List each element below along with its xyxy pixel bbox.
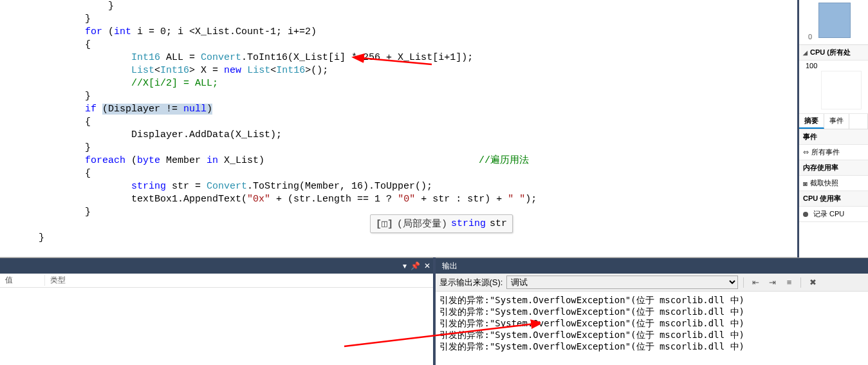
link-icon: ⇔ — [803, 148, 809, 156]
close-icon[interactable]: ✕ — [424, 261, 430, 270]
next-icon[interactable]: ⇥ — [766, 277, 779, 288]
cpu-section-header[interactable]: ◢ CPU (所有处 — [799, 45, 868, 61]
tooltip-name: str — [490, 218, 507, 229]
prev-icon[interactable]: ⇤ — [749, 277, 762, 288]
pin-icon[interactable]: 📌 — [411, 261, 420, 270]
code-line[interactable]: { — [15, 116, 868, 129]
code-editor[interactable]: } } for (int i = 0; i <X_List.Count-1; i… — [0, 0, 868, 257]
output-line: 引发的异常:"System.OverflowException"(位于 msco… — [439, 294, 865, 306]
events-header[interactable]: 事件 — [799, 129, 868, 145]
camera-icon: ◙ — [803, 180, 808, 187]
tooltip-scope-label: (局部变量) — [397, 218, 447, 230]
code-line[interactable]: } — [15, 0, 868, 13]
output-source-label: 显示输出来源(S): — [439, 277, 503, 288]
tab-events[interactable]: 事件 — [824, 114, 849, 129]
tooltip-type: string — [451, 218, 486, 229]
code-line[interactable]: } — [15, 90, 868, 103]
align-icon[interactable]: ≡ — [782, 277, 795, 288]
output-line: 引发的异常:"System.OverflowException"(位于 msco… — [439, 317, 865, 329]
code-line[interactable]: List<Int16> X = new List<Int16>(); — [15, 64, 868, 77]
cpu-usage-header[interactable]: CPU 使用率 — [799, 191, 868, 207]
dropdown-icon[interactable]: ▾ — [403, 261, 407, 270]
all-events-link[interactable]: ⇔ 所有事件 — [799, 145, 868, 160]
code-line[interactable]: } — [15, 142, 868, 154]
take-snapshot-link[interactable]: ◙ 截取快照 — [799, 176, 868, 191]
code-line[interactable]: Int16 ALL = Convert.ToInt16(X_List[i] * … — [15, 51, 868, 64]
cpu-chart — [821, 71, 862, 109]
local-variable-icon: [◫] — [376, 218, 393, 230]
output-line: 引发的异常:"System.OverflowException"(位于 msco… — [439, 341, 865, 352]
column-value[interactable]: 值 — [0, 275, 45, 286]
code-line[interactable]: //X[i/2] = ALL; — [15, 77, 868, 90]
code-line[interactable]: foreach (byte Member in X_List)//遍历用法 — [15, 154, 868, 167]
code-line[interactable]: textBox1.AppendText("0x" + (str.Length =… — [15, 193, 868, 206]
clear-icon[interactable]: ✖ — [806, 277, 819, 288]
code-line[interactable]: Displayer.AddData(X_List); — [15, 129, 868, 142]
output-title: 输出 — [438, 261, 457, 272]
output-line: 引发的异常:"System.OverflowException"(位于 msco… — [439, 329, 865, 341]
locals-panel: ▾ 📌 ✕ 值 类型 — [0, 257, 433, 365]
code-line[interactable]: } — [15, 232, 868, 245]
column-type[interactable]: 类型 — [45, 275, 66, 286]
code-line[interactable]: if (Displayer != null) — [15, 103, 868, 116]
code-line[interactable]: } — [15, 13, 868, 26]
output-line: 引发的异常:"System.OverflowException"(位于 msco… — [439, 306, 865, 317]
code-line[interactable]: for (int i = 0; i <X_List.Count-1; i+=2) — [15, 26, 868, 39]
record-icon — [803, 212, 808, 217]
code-line[interactable]: { — [15, 167, 868, 180]
intellisense-tooltip: [◫] (局部变量) string str — [370, 214, 513, 233]
collapse-icon: ◢ — [803, 50, 808, 56]
y-axis-100: 100 — [806, 62, 817, 70]
record-cpu-link[interactable]: 记录 CPU — [799, 207, 868, 222]
output-titlebar: 输出 — [436, 258, 869, 274]
output-text[interactable]: 引发的异常:"System.OverflowException"(位于 msco… — [436, 292, 869, 365]
locals-columns: 值 类型 — [0, 274, 433, 288]
code-line[interactable]: string str = Convert.ToString(Member, 16… — [15, 180, 868, 193]
code-line[interactable]: { — [15, 39, 868, 51]
chart-bar — [818, 3, 851, 38]
memory-usage-header[interactable]: 内存使用率 — [799, 160, 868, 176]
locals-titlebar: ▾ 📌 ✕ — [0, 258, 433, 274]
output-panel: 输出 显示输出来源(S): 调试 ⇤ ⇥ ≡ ✖ 引发的异常:"System.O… — [436, 257, 869, 365]
tab-summary[interactable]: 摘要 — [799, 114, 824, 129]
diagnostics-panel: 0 ◢ CPU (所有处 100 摘要 事件 事件 ⇔ 所有事件 内存使用率 ◙… — [797, 0, 868, 257]
output-source-select[interactable]: 调试 — [506, 276, 738, 289]
axis-zero-label: 0 — [808, 33, 812, 41]
